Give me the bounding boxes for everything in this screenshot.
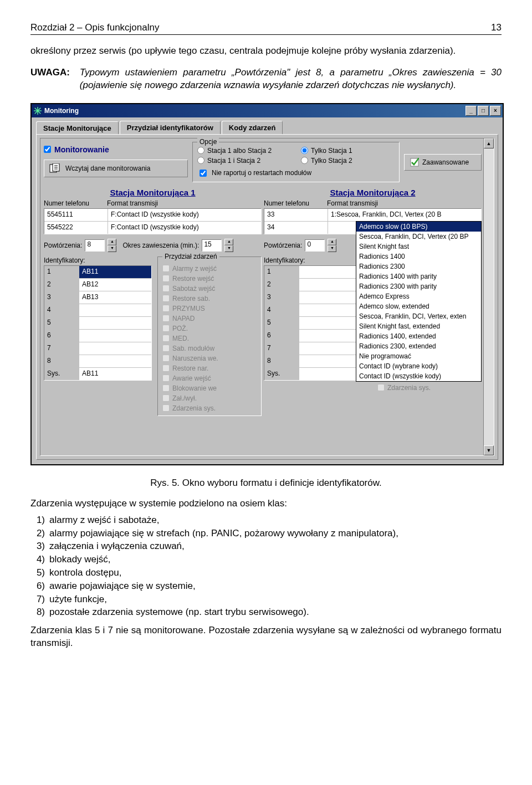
scroll-down-button[interactable]: ▼ [484, 445, 494, 455]
table-row[interactable]: 33 1:Sescoa, Franklin, DCI, Vertex (20 B [264, 209, 481, 222]
monitorowanie-checkbox[interactable]: Monitorowanie [44, 145, 188, 154]
list-item: 3)załączenia i wyłączenia czuwań, [30, 540, 502, 553]
dropdown-option[interactable]: Sescoa, Franklin, DCI, Vertex (20 BP [356, 232, 481, 242]
dropdown-option[interactable]: Sescoa, Franklin, DCI, Vertex, exten [356, 311, 481, 321]
dropdown-option[interactable]: Silent Knight fast [356, 242, 481, 252]
station-1: Stacja Monitorująca 1 Numer telefonu For… [44, 188, 262, 416]
checkbox-item[interactable]: Zał./wył. [162, 394, 257, 402]
list-item: 7)użyte funkcje, [30, 593, 502, 606]
load-data-button[interactable]: Wczytaj dane monitorowania [44, 160, 188, 177]
station1-ident-grid[interactable]: 1AB112AB123AB1345678Sys.AB11 [44, 265, 152, 381]
station1-grid[interactable]: 5545111 F:Contact ID (wszystkie kody) 55… [44, 208, 262, 234]
station1-phone-header: Numer telefonu [44, 199, 104, 207]
dropdown-option[interactable]: Radionics 1400, extended [356, 331, 481, 341]
list-item[interactable]: Sys.AB11 [44, 368, 151, 380]
dropdown-option[interactable]: Radionics 2300 [356, 261, 481, 271]
checkbox-item[interactable]: Restore wejść [162, 275, 257, 283]
monitoring-window: Monitoring _ □ × Stacje Monitorujące Prz… [30, 103, 504, 465]
table-row[interactable]: 5545111 F:Contact ID (wszystkie kody) [44, 209, 261, 222]
powtorzenia2-input[interactable]: 0 [305, 239, 325, 252]
list-item: 8)pozostałe zdarzenia systemowe (np. sta… [30, 606, 502, 619]
station2-title: Stacja Monitorująca 2 [264, 188, 482, 197]
station1-title: Stacja Monitorująca 1 [44, 188, 262, 197]
radio-tylko-stacja1[interactable]: Tylko Stacja 1 [301, 147, 395, 155]
dropdown-option[interactable]: Nie programować [356, 351, 481, 361]
station2-format-header: Format transmisji [327, 199, 482, 207]
list-item[interactable]: 8 [44, 355, 151, 368]
scroll-up-button[interactable]: ▲ [484, 138, 494, 148]
list-item: 5)kontrola dostępu, [30, 566, 502, 579]
tab-stacje[interactable]: Stacje Monitorujące [36, 121, 119, 135]
paragraph-klasy: Zdarzenia występujące w systemie podziel… [30, 497, 502, 510]
radio-stacja1-albo-2[interactable]: Stacja 1 albo Stacja 2 [197, 147, 291, 155]
table-row[interactable]: 5545222 F:Contact ID (wszystkie kody) [44, 222, 261, 234]
window-titlebar[interactable]: Monitoring _ □ × [32, 104, 503, 117]
dropdown-option[interactable]: Silent Knight fast, extended [356, 321, 481, 331]
tab-kody[interactable]: Kody zdarzeń [222, 121, 283, 134]
radio-tylko-stacja2[interactable]: Tylko Stacja 2 [301, 157, 395, 165]
list-item[interactable]: 6 [44, 330, 151, 342]
list-item[interactable]: 1AB11 [44, 266, 151, 279]
header-chapter: Rozdział 2 – Opis funkcjonalny [30, 22, 159, 33]
list-item[interactable]: 7 [44, 342, 151, 355]
checkbox-item[interactable]: Awarie wejść [162, 374, 257, 382]
minimize-button[interactable]: _ [466, 106, 477, 116]
checkbox-item[interactable]: Restore sab. [162, 295, 257, 302]
powtorzenia-label: Powtórzenia: [44, 242, 82, 249]
page-header: Rozdział 2 – Opis funkcjonalny 13 [30, 22, 502, 35]
document-icon [49, 163, 61, 173]
station1-przydzial-list: Alarmy z wejśćRestore wejśćSabotaż wejść… [162, 265, 257, 412]
powtorzenia-input[interactable]: 8 [85, 239, 105, 252]
checkbox-item[interactable]: MED. [162, 335, 257, 342]
opcje-title: Opcje [197, 138, 219, 146]
checkbox-item[interactable]: Zdarzenia sys. [377, 384, 482, 392]
list-item[interactable]: 5 [44, 317, 151, 330]
figure-caption: Rys. 5. Okno wyboru formatu i definicje … [30, 478, 502, 489]
radio-stacja1-i-2[interactable]: Stacja 1 i Stacja 2 [197, 157, 291, 165]
ident-header: Identyfikatory: [44, 256, 152, 264]
powtorzenia2-spinner[interactable]: ▲▼ [328, 239, 336, 252]
close-button[interactable]: × [490, 106, 501, 116]
dropdown-option[interactable]: Ademco slow, extended [356, 301, 481, 311]
checkbox-item[interactable]: Blokowanie we [162, 384, 257, 392]
list-item[interactable]: 3AB13 [44, 291, 151, 304]
station2-phone-header: Numer telefonu [264, 199, 324, 207]
load-data-label: Wczytaj dane monitorowania [65, 165, 150, 172]
dropdown-option[interactable]: Radionics 2300, extended [356, 341, 481, 351]
checkbox-item[interactable]: NAPAD [162, 315, 257, 322]
no-report-checkbox[interactable]: Nie raportuj o restartach modułów [197, 168, 395, 178]
checkbox-item[interactable]: Sab. modułów [162, 345, 257, 352]
checkbox-item[interactable]: Zdarzenia sys. [162, 404, 257, 412]
station-2: Stacja Monitorująca 2 Numer telefonu For… [264, 188, 482, 416]
okres-input[interactable]: 15 [202, 239, 222, 252]
checkbox-item[interactable]: Naruszenia we. [162, 355, 257, 362]
format-dropdown[interactable]: Ademco slow (10 BPS)Sescoa, Franklin, DC… [356, 221, 482, 382]
powtorzenia-spinner[interactable]: ▲▼ [108, 239, 116, 252]
dropdown-option[interactable]: Radionics 1400 [356, 252, 481, 261]
checkbox-item[interactable]: POŻ. [162, 325, 257, 332]
advanced-button[interactable]: Zaawansowane [404, 154, 482, 171]
dropdown-option[interactable]: Radionics 2300 with parity [356, 281, 481, 291]
dropdown-option[interactable]: Contact ID (wszystkie kody) [356, 371, 481, 381]
checkbox-item[interactable]: PRZYMUS [162, 305, 257, 312]
dropdown-option[interactable]: Radionics 1400 with parity [356, 271, 481, 281]
list-item[interactable]: 2AB12 [44, 279, 151, 291]
dropdown-option[interactable]: Ademco Express [356, 291, 481, 301]
maximize-button[interactable]: □ [478, 106, 489, 116]
dropdown-option[interactable]: Contact ID (wybrane kody) [356, 361, 481, 371]
checkbox-item[interactable]: Alarmy z wejść [162, 265, 257, 273]
dropdown-option[interactable]: Ademco slow (10 BPS) [356, 222, 481, 232]
tab-przydzial[interactable]: Przydział identyfikatorów [120, 121, 221, 134]
app-icon [33, 106, 42, 115]
tab-bar: Stacje Monitorujące Przydział identyfika… [32, 117, 503, 134]
note-block: UWAGA: Typowym ustawieniem parametru „Po… [30, 66, 502, 92]
checkbox-item[interactable]: Restore nar. [162, 365, 257, 372]
list-item[interactable]: 4 [44, 304, 151, 317]
vertical-scrollbar[interactable]: ▲ ▼ [483, 138, 494, 455]
paragraph-closing: Zdarzenia klas 5 i 7 nie są monitorowane… [30, 624, 502, 650]
checkbox-item[interactable]: Sabotaż wejść [162, 285, 257, 293]
okres-spinner[interactable]: ▲▼ [224, 239, 233, 252]
class-list: 1)alarmy z wejść i sabotaże,2)alarmy poj… [30, 514, 502, 619]
station1-format-header: Format transmisji [107, 199, 262, 207]
opcje-groupbox: Opcje Stacja 1 albo Stacja 2 Tylko Stacj… [192, 142, 400, 182]
